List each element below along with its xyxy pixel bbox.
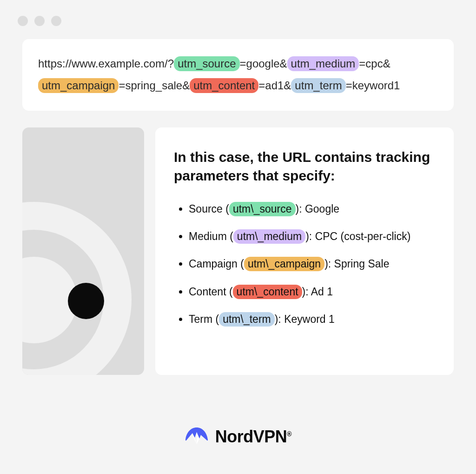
diagram-canvas: https://www.example.com/?utm_source=goog… xyxy=(0,0,476,474)
url-param-highlight: utm_medium xyxy=(287,56,359,71)
param-value: ): Spring Sale xyxy=(324,258,389,270)
url-param-highlight: utm_content xyxy=(190,78,258,93)
parameter-list: Source (utm\_source): GoogleMedium (utm\… xyxy=(174,201,435,327)
tracking-eye-illustration xyxy=(22,127,144,375)
param-value: ): CPC (cost-per-click) xyxy=(305,230,410,242)
window-dot-icon xyxy=(34,16,45,26)
list-item: Medium (utm\_medium): CPC (cost-per-clic… xyxy=(189,229,435,244)
param-label: Source ( xyxy=(189,203,229,215)
eye-pupil-icon xyxy=(68,283,104,319)
param-label: Content ( xyxy=(189,286,233,298)
list-item: Term (utm\_term): Keyword 1 xyxy=(189,312,435,327)
param-value: ): Keyword 1 xyxy=(275,313,335,325)
url-param-highlight: utm_term xyxy=(291,78,345,93)
url-param-highlight: utm_campaign xyxy=(38,78,119,93)
registered-mark: ® xyxy=(287,430,291,438)
list-item: Source (utm\_source): Google xyxy=(189,201,435,217)
url-text-segment: =cpc& xyxy=(359,57,390,70)
param-name-highlight: utm\_medium xyxy=(233,229,305,244)
window-controls xyxy=(11,11,465,39)
param-value: ): Google xyxy=(296,203,340,215)
url-text-segment: https://www.example.com/? xyxy=(38,57,174,70)
param-name-highlight: utm\_campaign xyxy=(244,257,324,271)
param-name-highlight: utm\_content xyxy=(233,285,302,299)
param-label: Campaign ( xyxy=(189,258,244,270)
param-value: ): Ad 1 xyxy=(302,286,333,298)
list-item: Content (utm\_content): Ad 1 xyxy=(189,284,435,300)
param-name-highlight: utm\_source xyxy=(229,202,296,216)
lower-row: In this case, the URL contains tracking … xyxy=(22,127,454,375)
brand-name-text: NordVPN xyxy=(215,427,287,446)
param-label: Medium ( xyxy=(189,230,233,242)
brand-name: NordVPN® xyxy=(215,427,291,447)
url-text-segment: =spring_sale& xyxy=(119,79,190,92)
brand-footer: NordVPN® xyxy=(0,427,476,447)
param-label: Term ( xyxy=(189,313,219,325)
description-title: In this case, the URL contains tracking … xyxy=(174,148,435,186)
description-card: In this case, the URL contains tracking … xyxy=(155,127,454,375)
url-text-segment: =keyword1 xyxy=(346,79,400,92)
url-param-highlight: utm_source xyxy=(174,56,239,71)
window-dot-icon xyxy=(18,16,28,26)
window-dot-icon xyxy=(51,16,61,26)
list-item: Campaign (utm\_campaign): Spring Sale xyxy=(189,256,435,272)
url-text-segment: =google& xyxy=(240,57,287,70)
nordvpn-logo-icon xyxy=(185,427,209,447)
url-text: https://www.example.com/?utm_source=goog… xyxy=(38,57,400,92)
param-name-highlight: utm\_term xyxy=(219,312,275,327)
url-text-segment: =ad1& xyxy=(258,79,291,92)
url-card: https://www.example.com/?utm_source=goog… xyxy=(22,39,454,111)
